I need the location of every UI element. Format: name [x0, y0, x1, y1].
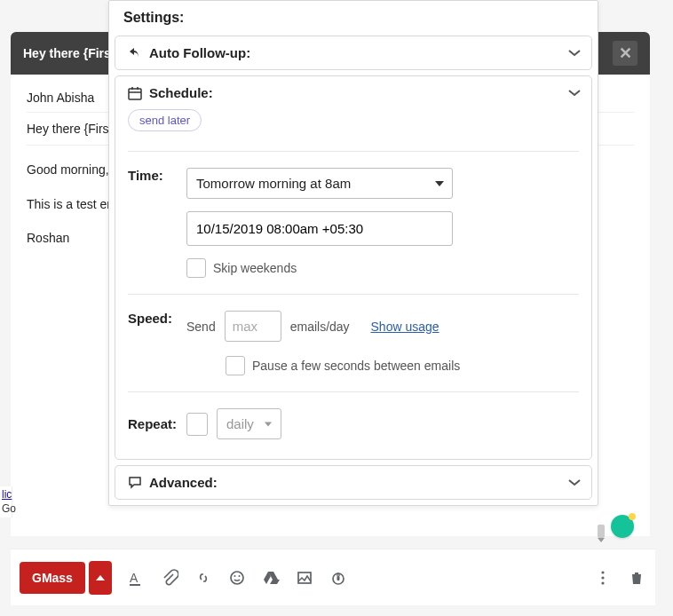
gmass-button[interactable]: GMass	[20, 562, 85, 594]
emoji-icon[interactable]	[227, 568, 247, 588]
auto-followup-label: Auto Follow-up:	[149, 45, 250, 60]
page-edge-peek: licGo	[0, 486, 12, 517]
image-icon[interactable]	[295, 568, 314, 588]
settings-title: Settings:	[109, 1, 598, 35]
repeat-interval-select[interactable]: daily	[217, 408, 281, 439]
scrollbar-thumb[interactable]	[598, 525, 605, 538]
advanced-header[interactable]: Advanced:	[115, 466, 591, 499]
trash-icon[interactable]	[627, 568, 646, 588]
caret-up-icon	[96, 575, 105, 580]
skip-weekends-label: Skip weekends	[213, 261, 297, 275]
time-preset-select[interactable]: Tomorrow morning at 8am	[186, 168, 453, 199]
compose-toolbar: GMass A	[11, 549, 655, 605]
svg-point-13	[601, 576, 604, 579]
settings-panel: Settings: Auto Follow-up: Schedule: send…	[108, 0, 598, 506]
svg-point-8	[238, 575, 240, 577]
dropdown-caret-icon	[265, 422, 272, 426]
grammarly-icon[interactable]	[611, 515, 634, 538]
advanced-section: Advanced:	[115, 465, 592, 500]
time-label: Time:	[128, 168, 178, 183]
close-icon[interactable]: ✕	[613, 41, 637, 66]
panel-scrollbar[interactable]	[598, 1, 605, 538]
svg-text:A: A	[130, 571, 139, 585]
reply-arrow-icon	[126, 46, 144, 60]
drive-icon[interactable]	[261, 568, 281, 588]
auto-followup-section: Auto Follow-up:	[115, 36, 592, 70]
show-usage-link[interactable]: Show usage	[371, 320, 439, 334]
repeat-count-input[interactable]	[186, 413, 208, 436]
svg-rect-11	[336, 576, 339, 580]
svg-point-7	[234, 575, 235, 577]
svg-point-12	[601, 571, 604, 573]
svg-point-14	[601, 581, 604, 584]
more-options-icon[interactable]	[593, 568, 613, 588]
comment-icon	[126, 476, 144, 490]
schedule-header[interactable]: Schedule:	[115, 76, 591, 109]
repeat-label: Repeat:	[128, 416, 178, 431]
schedule-section: Schedule: send later Time: Tomorrow morn…	[115, 75, 592, 460]
link-icon[interactable]	[194, 568, 213, 588]
gmass-dropdown-button[interactable]	[89, 561, 112, 595]
scrollbar-down-arrow-icon[interactable]	[598, 538, 605, 542]
chevron-down-icon	[568, 478, 581, 487]
attach-icon[interactable]	[160, 568, 179, 588]
advanced-label: Advanced:	[149, 475, 218, 490]
speed-send-label: Send	[186, 320, 216, 334]
svg-point-6	[231, 572, 243, 584]
chevron-down-icon	[568, 89, 581, 98]
auto-followup-header[interactable]: Auto Follow-up:	[115, 36, 591, 69]
time-preset-value: Tomorrow morning at 8am	[186, 168, 453, 199]
skip-weekends-checkbox[interactable]	[186, 258, 206, 278]
pause-checkbox[interactable]	[226, 356, 245, 375]
speed-emails-day-label: emails/day	[290, 320, 350, 334]
schedule-label: Schedule:	[149, 85, 213, 100]
svg-rect-0	[129, 89, 141, 99]
calendar-icon	[126, 86, 144, 100]
formatting-icon[interactable]: A	[126, 568, 146, 588]
time-datetime-input[interactable]	[186, 211, 453, 246]
confidential-icon[interactable]	[329, 568, 348, 588]
gmass-button-label: GMass	[32, 571, 73, 585]
speed-max-input[interactable]	[225, 311, 281, 342]
repeat-interval-value: daily	[226, 416, 254, 431]
chevron-down-icon	[568, 49, 581, 58]
pause-label: Pause a few seconds between emails	[252, 359, 460, 373]
speed-label: Speed:	[128, 311, 178, 326]
send-later-badge[interactable]: send later	[128, 109, 202, 131]
